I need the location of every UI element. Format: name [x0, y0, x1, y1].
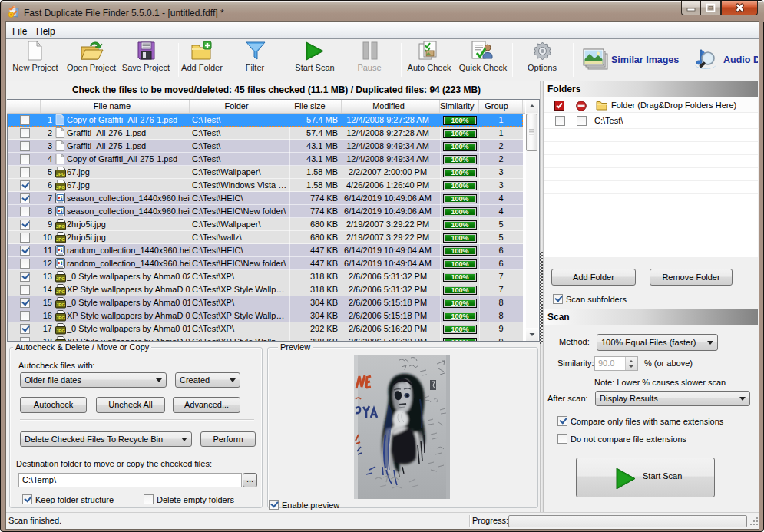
svg-text:JPG: JPG	[56, 224, 65, 229]
svg-text:JPG: JPG	[56, 289, 65, 294]
svg-text:JPG: JPG	[56, 276, 65, 281]
svg-text:JPG: JPG	[56, 237, 65, 242]
svg-text:JPG: JPG	[56, 316, 65, 320]
svg-text:JPG: JPG	[56, 302, 65, 307]
svg-text:JPG: JPG	[56, 185, 65, 190]
svg-text:JPG: JPG	[56, 329, 65, 333]
svg-text:JPG: JPG	[56, 172, 65, 177]
